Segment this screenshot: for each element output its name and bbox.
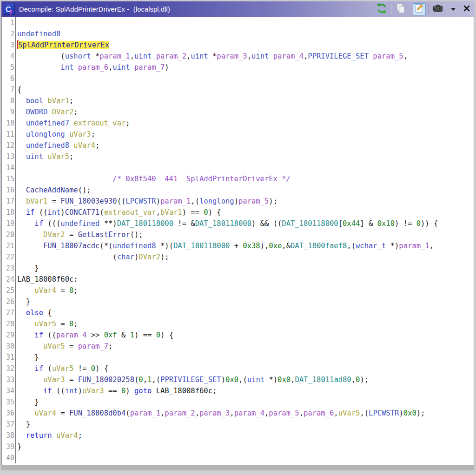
code-line[interactable]: 27 else { — [2, 307, 474, 318]
code-line[interactable]: 12 undefined8 uVar4; — [2, 140, 474, 151]
line-number: 31 — [2, 352, 15, 363]
code-line[interactable]: 16 CacheAddName(); — [2, 185, 474, 196]
code-line[interactable]: 7{ — [2, 84, 474, 95]
code-line[interactable]: 36 uVar4 = FUN_18008d0b4(param_1,param_2… — [2, 408, 474, 419]
code-text[interactable]: } — [15, 396, 474, 408]
code-text[interactable]: undefined7 extraout_var; — [15, 118, 474, 129]
code-text[interactable]: ulonglong uVar3; — [15, 129, 474, 140]
code-text[interactable]: undefined8 uVar4; — [15, 140, 474, 151]
code-token — [69, 141, 73, 150]
code-line[interactable]: 25 uVar4 = 0; — [2, 285, 474, 296]
code-text[interactable]: undefined8 — [15, 28, 474, 40]
code-text[interactable]: (char)DVar2); — [15, 251, 474, 263]
code-text[interactable]: (ushort *param_1,uint param_2,uint *para… — [15, 51, 474, 62]
code-text[interactable]: uVar4 = 0; — [15, 285, 474, 296]
code-line[interactable]: 32 if (uVar5 != 0) { — [2, 363, 474, 374]
code-line[interactable]: 24LAB_18008f60c: — [2, 274, 474, 285]
code-line[interactable]: 9 DWORD DVar2; — [2, 106, 474, 118]
code-token: ); — [360, 376, 369, 384]
code-line[interactable]: 22 (char)DVar2); — [2, 251, 474, 263]
code-pane[interactable]: 12undefined83SplAddPrinterDriverEx4 (ush… — [2, 17, 474, 465]
code-line[interactable]: 21 FUN_18007acdc(*(undefined8 *)(DAT_180… — [2, 240, 474, 251]
line-number: 19 — [2, 218, 15, 229]
code-token: , — [291, 376, 295, 384]
code-text[interactable]: bVar1 = FUN_18003e930((LPCWSTR)param_1,(… — [15, 196, 474, 207]
window-title-bar[interactable]: C f Decompile: SplAddPrinterDriverEx - (… — [1, 1, 475, 17]
close-button[interactable] — [462, 3, 472, 16]
code-text[interactable]: uint uVar5; — [15, 151, 474, 162]
code-text[interactable]: SplAddPrinterDriverEx — [15, 40, 474, 51]
code-token: bVar1 — [47, 97, 69, 105]
code-line[interactable]: 4 (ushort *param_1,uint param_2,uint *pa… — [2, 51, 474, 62]
code-text[interactable]: uVar4 = FUN_18008d0b4(param_1,param_2,pa… — [15, 408, 474, 419]
code-text[interactable]: if ((int)CONCAT71(extraout_var,bVar1) ==… — [15, 207, 474, 218]
code-line[interactable]: 35 } — [2, 396, 474, 408]
code-text[interactable]: uVar5 = param_7; — [15, 341, 474, 352]
code-text[interactable]: } — [15, 419, 474, 430]
code-text[interactable]: } — [15, 441, 474, 452]
code-line[interactable]: 6 — [2, 73, 474, 84]
code-text[interactable]: } — [15, 296, 474, 307]
code-text[interactable]: return uVar4; — [15, 430, 474, 441]
edit-button[interactable] — [413, 3, 426, 15]
code-text[interactable]: int param_6,uint param_7) — [15, 62, 474, 73]
code-text[interactable]: LAB_18008f60c: — [15, 274, 474, 285]
code-token: } — [17, 420, 30, 429]
code-line[interactable]: 30 uVar5 = param_7; — [2, 341, 474, 352]
code-text[interactable]: } — [15, 352, 474, 363]
code-text[interactable] — [15, 452, 474, 463]
code-token: param_6 — [304, 409, 334, 417]
code-text[interactable]: else { — [15, 307, 474, 318]
code-line[interactable]: 10 undefined7 extraout_var; — [2, 118, 474, 129]
code-line[interactable]: 38 return uVar4; — [2, 430, 474, 441]
code-text[interactable] — [15, 162, 474, 173]
code-line[interactable]: 29 if ((param_4 >> 0xf & 1) == 0) { — [2, 330, 474, 341]
copy-button[interactable] — [394, 3, 408, 16]
code-text[interactable] — [15, 17, 474, 28]
code-token: = — [56, 320, 69, 328]
code-line[interactable]: 26 } — [2, 296, 474, 307]
code-line[interactable]: 14 — [2, 162, 474, 173]
code-line[interactable]: 8 bool bVar1; — [2, 95, 474, 106]
code-line[interactable]: 34 if ((int)uVar3 == 0) goto LAB_18008f6… — [2, 385, 474, 396]
code-text[interactable]: CacheAddName(); — [15, 185, 474, 196]
code-line[interactable]: 18 if ((int)CONCAT71(extraout_var,bVar1)… — [2, 207, 474, 218]
code-line[interactable]: 1 — [2, 17, 474, 28]
refresh-button[interactable] — [375, 3, 389, 16]
code-text[interactable]: if (((undefined **)DAT_180118000 != &DAT… — [15, 218, 474, 229]
code-line[interactable]: 20 DVar2 = GetLastError(); — [2, 229, 474, 240]
code-text[interactable]: FUN_18007acdc(*(undefined8 *)(DAT_180118… — [15, 240, 474, 251]
code-text[interactable]: uVar5 = 0; — [15, 318, 474, 330]
code-text[interactable]: if ((param_4 >> 0xf & 1) == 0) { — [15, 330, 474, 341]
code-line[interactable]: 17 bVar1 = FUN_18003e930((LPCWSTR)param_… — [2, 196, 474, 207]
menu-dropdown-button[interactable] — [449, 3, 458, 16]
code-token: 0 — [204, 208, 208, 217]
code-text[interactable]: DVar2 = GetLastError(); — [15, 229, 474, 240]
code-line[interactable]: 37 } — [2, 419, 474, 430]
code-line[interactable]: 28 uVar5 = 0; — [2, 318, 474, 330]
code-line[interactable]: 5 int param_6,uint param_7) — [2, 62, 474, 73]
code-text[interactable]: /* 0x8f540 441 SplAddPrinterDriverEx */ — [15, 173, 474, 185]
window-resize-edge[interactable] — [0, 470, 476, 475]
code-line[interactable]: 23 } — [2, 263, 474, 274]
code-text[interactable]: DWORD DVar2; — [15, 106, 474, 118]
code-line[interactable]: 19 if (((undefined **)DAT_180118000 != &… — [2, 218, 474, 229]
code-line[interactable]: 33 uVar3 = FUN_180020258(0,1,(PPRIVILEGE… — [2, 374, 474, 385]
code-line[interactable]: 11 ulonglong uVar3; — [2, 129, 474, 140]
code-text[interactable]: bool bVar1; — [15, 95, 474, 106]
code-line[interactable]: 2undefined8 — [2, 28, 474, 40]
code-text[interactable]: { — [15, 84, 474, 95]
code-line[interactable]: 3SplAddPrinterDriverEx — [2, 40, 474, 51]
code-line[interactable]: 13 uint uVar5; — [2, 151, 474, 162]
line-number: 24 — [2, 274, 15, 285]
code-text[interactable]: uVar3 = FUN_180020258(0,1,(PPRIVILEGE_SE… — [15, 374, 474, 385]
code-text[interactable]: if (uVar5 != 0) { — [15, 363, 474, 374]
code-line[interactable]: 31 } — [2, 352, 474, 363]
code-line[interactable]: 40 — [2, 452, 474, 463]
code-text[interactable] — [15, 73, 474, 84]
code-line[interactable]: 39} — [2, 441, 474, 452]
code-text[interactable]: } — [15, 263, 474, 274]
code-text[interactable]: if ((int)uVar3 == 0) goto LAB_18008f60c; — [15, 385, 474, 396]
code-line[interactable]: 15 /* 0x8f540 441 SplAddPrinterDriverEx … — [2, 173, 474, 185]
snapshot-button[interactable] — [431, 3, 445, 16]
